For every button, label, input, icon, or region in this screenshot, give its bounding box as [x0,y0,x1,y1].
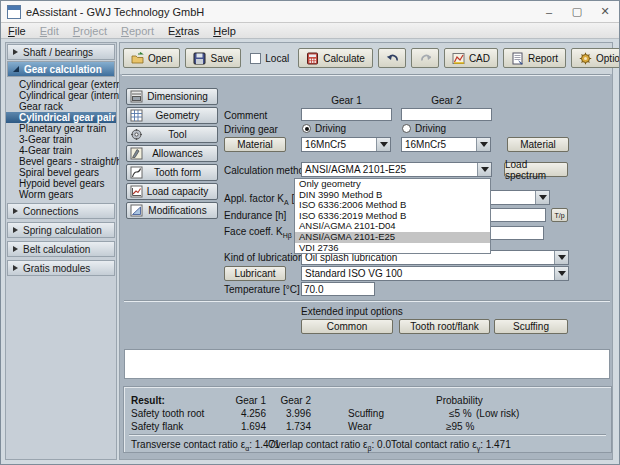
modifications-icon [130,204,143,217]
sidebar-item-cylindrical-gear-external[interactable]: Cylindrical gear (external) [6,79,116,90]
material-gear1-combo[interactable]: 16MnCr5 [301,137,391,152]
sidebar-item-3-gear-train[interactable]: 3-Gear train [6,134,116,145]
load-capacity-icon [130,185,143,198]
combo-arrow-icon[interactable] [476,138,490,151]
material-gear2-combo[interactable]: 16MnCr5 [401,137,491,152]
sidebar-section-connections[interactable]: Connections [7,203,115,219]
radio-unselected-icon [402,124,411,133]
sidebar-item-bevel-gears[interactable]: Bevel gears - straight/helical [6,156,116,167]
scuffing-risk-note: (Low risk) [476,408,519,419]
report-button[interactable]: Report [503,48,566,68]
toolbar-separator [122,74,610,76]
combo-arrow-icon[interactable] [477,163,491,176]
options-gear-icon [579,52,592,65]
undo-button[interactable] [378,48,406,68]
combo-arrow-icon[interactable] [535,191,549,204]
comment-label: Comment [224,110,267,121]
scuffing-button[interactable]: Scuffing [494,319,568,334]
tool-button[interactable]: Tool [126,126,218,143]
toolbar: Open Save Local Calculate [120,43,612,74]
geometry-button[interactable]: Geometry [126,107,218,124]
menu-project: Project [66,25,114,37]
chevron-right-icon [13,208,18,214]
redo-icon [419,52,431,64]
dropdown-option-selected[interactable]: ANSI/AGMA 2101-E25 [295,232,490,243]
application-factor-label: Appl. factor KA [-] [224,193,300,206]
chevron-right-icon [13,265,18,271]
face-coefficient-label: Face coeff. KHβ [-] [224,226,304,239]
calculation-method-combo[interactable]: ANSI/AGMA 2101-E25 [301,162,492,177]
sidebar-item-hypoid-bevel-gears[interactable]: Hypoid bevel gears [6,178,116,189]
open-button[interactable]: Open [123,48,180,68]
sidebar-section-gear-calculation[interactable]: Gear calculation [7,61,115,77]
scuffing-probability-value: ≤5 % [449,408,472,419]
chevron-right-icon [13,49,18,55]
kind-of-lubrication-label: Kind of lubrication [224,252,304,263]
menu-edit: Edit [33,25,66,37]
comment-gear1-input[interactable] [301,108,392,121]
sidebar-section-belt-calculation[interactable]: Belt calculation [7,241,115,257]
maximize-button[interactable]: ▢ [563,1,591,22]
wear-probability-value: ≥95 % [446,421,474,432]
allowances-button[interactable]: Allowances [126,145,218,162]
result-gear2-header: Gear 2 [274,395,311,406]
common-button[interactable]: Common [301,319,393,334]
modifications-button[interactable]: Modifications [126,202,218,219]
gear2-column-header: Gear 2 [401,95,492,106]
redo-button [411,48,439,68]
menu-help[interactable]: Help [206,25,243,37]
sidebar-item-4-gear-train[interactable]: 4-Gear train [6,145,116,156]
sidebar-item-planetary-gear-train[interactable]: Planetary gear train [6,123,116,134]
calculation-method-dropdown: Only geometry DIN 3990 Method B ISO 6336… [294,178,491,254]
sidebar-section-spring-calculation[interactable]: Spring calculation [7,222,115,238]
calculate-button[interactable]: Calculate [298,48,373,68]
driving-gear2-radio[interactable]: Driving [402,123,446,134]
lubricant-combo[interactable]: Standard ISO VG 100 [301,266,569,281]
dropdown-option[interactable]: VDI 2736 [295,243,490,254]
chevron-expanded-icon [13,66,19,72]
dimensioning-button[interactable]: Dimensioning [126,88,218,105]
safety-flank-gear1-value: 1.694 [224,421,266,432]
driving-gear1-radio[interactable]: Driving [302,123,346,134]
tool-icon [130,128,143,141]
sidebar-section-gratis-modules[interactable]: Gratis modules [7,260,115,276]
local-checkbox[interactable] [250,53,261,64]
cad-button[interactable]: CAD [444,48,498,68]
safety-tooth-root-gear1-value: 4.256 [224,408,266,419]
dropdown-option[interactable]: Only geometry [295,179,490,190]
combo-arrow-icon[interactable] [554,251,568,264]
menu-file[interactable]: File [1,25,33,37]
sidebar-section-shaft-bearings[interactable]: Shaft / bearings [7,44,115,60]
sidebar-item-cylindrical-gear-internal[interactable]: Cylindrical gear (internal) [6,90,116,101]
options-button[interactable]: Options [571,48,620,68]
combo-arrow-icon[interactable] [376,138,390,151]
radio-selected-icon [302,124,311,133]
endurance-tp-button[interactable]: T/p [551,208,568,222]
lubricant-button[interactable]: Lubricant [224,266,286,281]
extended-input-options-label: Extended input options [301,306,403,317]
menu-report: Report [114,25,161,37]
load-spectrum-button[interactable]: Load spectrum [504,162,568,177]
tooth-root-flank-button[interactable]: Tooth root/flank [399,319,490,334]
temperature-input[interactable] [301,282,375,296]
close-button[interactable]: ✕ [591,1,619,22]
sidebar-item-worm-gears[interactable]: Worm gears [6,189,116,200]
combo-arrow-icon[interactable] [554,267,568,280]
menu-extras[interactable]: Extras [161,25,206,37]
sidebar-item-gear-rack[interactable]: Gear rack [6,101,116,112]
safety-flank-label: Safety flank [131,421,183,432]
sidebar-item-cylindrical-gear-pair[interactable]: Cylindrical gear pair [6,112,116,123]
minimize-button[interactable]: – [535,1,563,22]
sidebar-item-spiral-bevel-gears[interactable]: Spiral bevel gears [6,167,116,178]
transverse-contact-ratio: Transverse contact ratio εα: 1.471 [131,439,280,452]
app-icon [7,5,21,19]
save-button[interactable]: Save [185,48,241,68]
comment-gear2-input[interactable] [401,108,492,121]
material-gear1-button[interactable]: Material [224,137,286,152]
material-gear2-button[interactable]: Material [507,137,569,152]
title-bar[interactable]: eAssistant - GWJ Technology GmbH – ▢ ✕ [1,1,619,23]
result-probability-header: Probability [436,395,483,406]
local-checkbox-group[interactable]: Local [246,53,293,64]
load-capacity-button[interactable]: Load capacity [126,183,218,200]
tooth-form-button[interactable]: Tooth form [126,164,218,181]
